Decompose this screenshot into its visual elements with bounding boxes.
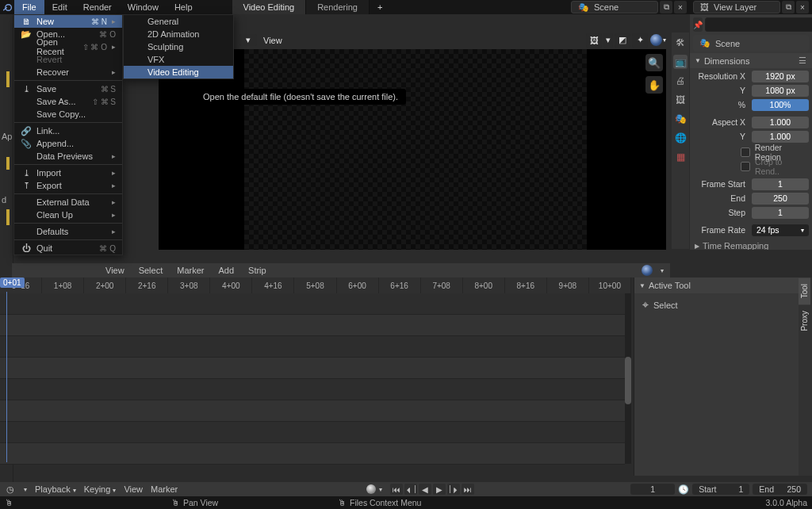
scene-new-button[interactable]: ⧉: [660, 1, 672, 13]
file-save-copy[interactable]: Save Copy...: [14, 108, 122, 121]
playhead-line[interactable]: [6, 292, 7, 462]
preview-editor-dropdown[interactable]: ▾: [239, 34, 257, 46]
workspace-rendering[interactable]: Rendering: [306, 0, 370, 14]
gizmo-icon[interactable]: ✦: [632, 33, 648, 48]
shading-sphere-icon[interactable]: ▾: [649, 33, 666, 48]
workspace-video-editing[interactable]: Video Editing: [232, 0, 307, 14]
menu-help[interactable]: Help: [167, 0, 201, 14]
viewlayer-remove-button[interactable]: ×: [796, 1, 809, 13]
dropdown-icon[interactable]: ▾: [603, 33, 613, 48]
timeline-keying-menu[interactable]: Keying ▾: [84, 484, 117, 494]
image-icon[interactable]: 🖼: [586, 33, 602, 48]
frame-end-field[interactable]: 250: [752, 193, 809, 205]
menu-render[interactable]: Render: [75, 0, 120, 14]
channels-icon[interactable]: ◩: [615, 33, 630, 48]
preview-menu-view[interactable]: View: [263, 36, 282, 45]
play-reverse-button[interactable]: ◀: [419, 484, 431, 495]
frame-step-field[interactable]: 1: [752, 207, 809, 219]
resolution-percent-field[interactable]: 100%: [752, 99, 809, 111]
new-video-editing[interactable]: Video Editing: [124, 66, 233, 78]
jump-to-start-button[interactable]: ⏮: [390, 484, 403, 495]
aspect-y-field[interactable]: 1.000: [752, 131, 809, 143]
tab-scene-icon[interactable]: 🎭: [673, 112, 688, 126]
file-import[interactable]: ⤓ Import ▸: [14, 166, 122, 179]
file-export[interactable]: ⤒ Export ▸: [14, 179, 122, 192]
timeline-editor-dropdown[interactable]: ◷: [5, 484, 16, 495]
active-tool-header[interactable]: ▼ Active Tool: [634, 277, 799, 293]
clock-icon[interactable]: 🕓: [678, 484, 689, 495]
render-region-checkbox[interactable]: [741, 147, 750, 157]
new-general[interactable]: General: [124, 15, 233, 28]
crop-checkbox[interactable]: [741, 162, 750, 171]
file-save[interactable]: ⤓ Save ⌘ S: [14, 82, 122, 95]
frame-rate-dropdown[interactable]: 24 fps▾: [752, 224, 809, 236]
scene-remove-button[interactable]: ×: [674, 1, 687, 13]
sequencer-menu-add[interactable]: Add: [215, 266, 237, 275]
timeline-marker-menu[interactable]: Marker: [151, 484, 178, 494]
sequencer-menu-marker[interactable]: Marker: [174, 266, 207, 275]
workspace-add[interactable]: +: [370, 1, 390, 13]
side-tab-proxy[interactable]: Proxy: [799, 304, 810, 338]
jump-to-end-button[interactable]: ⏭: [462, 484, 474, 495]
timeline-scrollbar[interactable]: [625, 293, 631, 464]
panel-menu-icon[interactable]: ☰: [799, 55, 807, 66]
sequencer-menu-strip[interactable]: Strip: [245, 266, 270, 275]
pin-icon[interactable]: 📌: [693, 17, 703, 32]
sequencer-menu-view[interactable]: View: [102, 266, 128, 275]
side-tab-tool[interactable]: Tool: [799, 277, 810, 304]
viewlayer-selector[interactable]: 🖼 View Layer: [693, 1, 780, 13]
viewlayer-new-button[interactable]: ⧉: [782, 1, 795, 13]
tab-world-icon[interactable]: 🌐: [673, 131, 688, 145]
tab-viewlayer-icon[interactable]: 🖼: [673, 93, 688, 107]
file-append[interactable]: 📎 Append...: [14, 137, 122, 150]
shading-sphere-icon[interactable]: [642, 265, 653, 276]
pan-hand-icon[interactable]: ✋: [645, 76, 663, 94]
menu-edit[interactable]: Edit: [44, 0, 75, 14]
new-sculpting[interactable]: Sculpting: [124, 40, 233, 53]
file-open-recent[interactable]: Open Recent ⇧ ⌘ O ▸: [14, 40, 122, 53]
new-vfx[interactable]: VFX: [124, 53, 233, 66]
timeline-playback-menu[interactable]: Playback ▾: [35, 484, 76, 494]
file-recover[interactable]: Recover ▸: [14, 66, 122, 78]
play-button[interactable]: ▶: [433, 484, 446, 495]
tab-output-icon[interactable]: 🖨: [673, 74, 688, 88]
resolution-y-field[interactable]: 1080 px: [752, 85, 809, 97]
keyframe-next-button[interactable]: ⏐⏵: [447, 484, 460, 495]
menu-file[interactable]: File: [14, 0, 44, 14]
file-data-previews[interactable]: Data Previews ▸: [14, 150, 122, 163]
file-clean-up[interactable]: Clean Up ▸: [14, 209, 122, 221]
timeline-ruler[interactable]: 0+16 1+08 2+00 2+16 3+08 4+00 4+16 5+08 …: [0, 277, 631, 293]
keyframe-prev-button[interactable]: ⏴⏐: [404, 484, 417, 495]
tab-render-icon[interactable]: 📺: [673, 55, 688, 69]
frame-start-field[interactable]: 1: [752, 178, 809, 190]
shading-dropdown[interactable]: ▾: [661, 267, 664, 274]
frame-start-field[interactable]: Start1: [692, 484, 749, 495]
file-new[interactable]: 🗎 New ⌘ N ▸: [14, 15, 122, 28]
timeline-tracks[interactable]: [0, 293, 625, 464]
menu-window[interactable]: Window: [120, 0, 167, 14]
frame-end-field[interactable]: End250: [753, 484, 807, 495]
auto-keying-toggle[interactable]: [366, 484, 376, 494]
zoom-icon[interactable]: 🔍: [645, 54, 663, 71]
current-frame-field[interactable]: 1: [630, 484, 675, 495]
preview-viewport[interactable]: 🔍 ✋: [159, 49, 666, 250]
time-remapping-header[interactable]: ▶ Time Remapping: [690, 239, 812, 250]
file-defaults[interactable]: Defaults ▸: [14, 225, 122, 238]
scene-selector[interactable]: 🎭 Scene: [571, 1, 658, 13]
tab-texture-icon[interactable]: ▦: [673, 150, 688, 164]
playhead-frame[interactable]: 0+01: [0, 277, 25, 288]
timeline-view-menu[interactable]: View: [124, 484, 143, 494]
resolution-x-field[interactable]: 1920 px: [752, 71, 809, 82]
file-save-as[interactable]: Save As... ⇧ ⌘ S: [14, 95, 122, 108]
dimensions-header[interactable]: ▼ Dimensions ☰: [690, 53, 812, 68]
properties-search-input[interactable]: [705, 17, 812, 32]
auto-keying-dropdown[interactable]: ▾: [379, 486, 382, 493]
scene-breadcrumb[interactable]: 🎭 Scene: [693, 35, 809, 52]
file-link[interactable]: 🔗 Link...: [14, 124, 122, 137]
tab-tool-icon[interactable]: 🛠: [673, 36, 688, 50]
file-external-data[interactable]: External Data ▸: [14, 196, 122, 209]
aspect-x-field[interactable]: 1.000: [752, 117, 809, 128]
blender-logo-icon[interactable]: [0, 0, 14, 14]
new-2d-animation[interactable]: 2D Animation: [124, 28, 233, 40]
sequencer-menu-select[interactable]: Select: [136, 266, 167, 275]
